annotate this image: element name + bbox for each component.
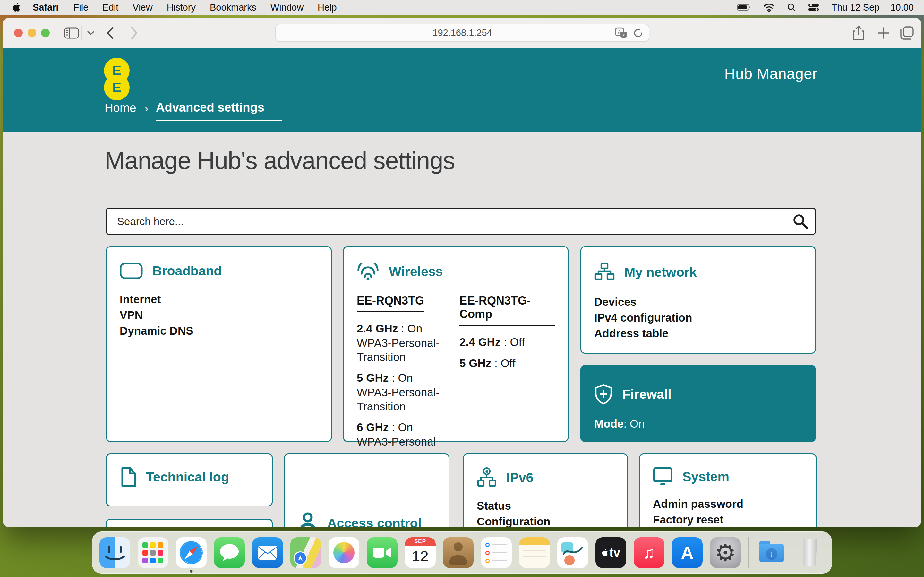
wifi-status-icon[interactable] — [763, 3, 775, 12]
dock-photos-icon[interactable] — [328, 537, 359, 568]
control-center-icon[interactable] — [808, 3, 819, 11]
spotlight-icon[interactable] — [787, 3, 796, 12]
search-icon — [792, 213, 809, 230]
card-title[interactable]: Broadband — [152, 263, 222, 279]
wifi-icon — [357, 263, 379, 280]
appstore-glyph: A — [681, 543, 694, 562]
card-title[interactable]: Access control — [327, 516, 422, 528]
person-icon — [298, 512, 318, 527]
menu-item[interactable]: Edit — [95, 2, 126, 13]
security-line: WPA3-Personal- — [357, 336, 459, 350]
back-button[interactable] — [106, 18, 114, 48]
dock-music-icon[interactable]: ♫ — [634, 537, 664, 568]
dock-finder-icon[interactable] — [99, 537, 130, 568]
dock-maps-icon[interactable] — [290, 537, 321, 568]
menu-item[interactable]: Window — [263, 2, 310, 13]
menu-time[interactable]: 10.00 — [890, 2, 914, 13]
ssid-link[interactable]: EE-RQN3TG — [357, 294, 424, 312]
music-note-glyph: ♫ — [643, 543, 656, 562]
minimize-window-button[interactable] — [27, 29, 36, 37]
battery-icon[interactable] — [737, 4, 751, 11]
dock-launchpad-icon[interactable] — [137, 537, 168, 568]
dock-calendar-icon[interactable]: SEP 12 — [405, 537, 436, 568]
dock-trash-icon[interactable] — [800, 539, 819, 566]
card-title[interactable]: IPv6 — [506, 470, 533, 485]
dock-reminders-icon[interactable] — [481, 537, 512, 568]
dock-appletv-icon[interactable]: tv — [596, 537, 626, 568]
ipv6-links: StatusConfiguration — [477, 498, 614, 527]
close-window-button[interactable] — [14, 29, 23, 37]
dock-notes-icon[interactable] — [519, 537, 550, 568]
search-button[interactable] — [786, 209, 815, 234]
search-input[interactable] — [107, 215, 786, 227]
menu-item[interactable]: View — [126, 2, 160, 13]
system-links: Admin passwordFactory reset — [653, 496, 803, 527]
card-technical-log: Technical log — [106, 453, 273, 506]
broadband-links: InternetVPNDynamic DNS — [120, 292, 318, 338]
browser-toolbar: 192.168.1.254 Ax — [3, 18, 921, 48]
card-title[interactable]: System — [682, 469, 729, 484]
dock-settings-icon[interactable]: ⚙ — [710, 537, 741, 568]
menu-item[interactable]: History — [160, 2, 203, 13]
tab-overview-icon[interactable] — [900, 18, 914, 48]
menu-items: FileEditViewHistoryBookmarksWindowHelp — [66, 2, 344, 13]
menu-item[interactable]: File — [66, 2, 95, 13]
card-title[interactable]: Firewall — [622, 387, 672, 402]
card-link[interactable]: Address table — [594, 326, 802, 341]
card-link[interactable]: Devices — [594, 294, 802, 309]
band-label: 2.4 GHz — [459, 335, 501, 348]
card-link[interactable]: Factory reset — [653, 512, 803, 527]
card-link[interactable]: Configuration — [477, 514, 614, 527]
network-tree-icon — [594, 263, 615, 282]
zoom-window-button[interactable] — [41, 29, 50, 37]
breadcrumb-current[interactable]: Advanced settings — [156, 99, 282, 121]
dock-safari-icon[interactable] — [176, 537, 207, 568]
card-link[interactable]: Admin password — [653, 496, 803, 512]
band-group: 5 GHz : Off — [459, 356, 555, 371]
card-link[interactable]: IPv4 configuration — [594, 309, 802, 326]
card-title[interactable]: Wireless — [389, 264, 443, 279]
dock-downloads-icon[interactable]: ↓ — [756, 537, 787, 568]
card-link[interactable]: Status — [477, 498, 614, 514]
card-link[interactable]: Internet — [120, 292, 318, 307]
sidebar-chevron-icon[interactable] — [87, 18, 95, 48]
card-firewall[interactable]: Firewall Mode: On — [580, 365, 816, 442]
new-tab-icon[interactable] — [877, 18, 890, 48]
monitor-icon — [653, 467, 673, 486]
menu-item[interactable]: Bookmarks — [203, 2, 263, 13]
dock-freeform-icon[interactable] — [557, 537, 588, 568]
menu-app-name[interactable]: Safari — [25, 2, 66, 13]
firewall-mode-label: Mode — [594, 417, 624, 430]
card-access-control: Access control — [284, 453, 449, 527]
dock-facetime-icon[interactable] — [367, 537, 397, 568]
card-link[interactable]: VPN — [120, 307, 318, 323]
card-title[interactable]: Technical log — [146, 470, 229, 485]
breadcrumb: Home › Advanced settings — [105, 99, 282, 121]
address-bar[interactable]: 192.168.1.254 Ax — [275, 24, 649, 42]
band-group: 5 GHz : On WPA3-Personal-Transition — [357, 371, 459, 414]
dock-contacts-icon[interactable] — [443, 537, 473, 568]
menu-date[interactable]: Thu 12 Sep — [831, 2, 879, 13]
share-icon[interactable] — [852, 18, 865, 48]
menu-item[interactable]: Help — [310, 2, 344, 13]
translate-icon[interactable]: Ax — [615, 27, 628, 39]
card-title[interactable]: My network — [624, 265, 697, 280]
breadcrumb-home-link[interactable]: Home — [105, 101, 136, 115]
firewall-shield-icon — [594, 384, 613, 405]
dock: SEP 12 tv ♫ A ⚙ ↓ — [92, 532, 832, 574]
dock-appstore-icon[interactable]: A — [672, 537, 703, 568]
card-link[interactable]: Dynamic DNS — [120, 323, 318, 338]
card-ipv6: 6 IPv6 StatusConfiguration — [463, 453, 628, 527]
sidebar-toggle-icon[interactable] — [64, 18, 79, 48]
ee-logo-letter: E — [104, 75, 129, 100]
dock-messages-icon[interactable] — [214, 537, 245, 568]
broadband-icon — [120, 263, 143, 279]
ssid-link[interactable]: EE-RQN3TG-Comp — [459, 294, 555, 326]
dock-mail-icon[interactable] — [252, 537, 283, 568]
page-content: Manage Hub's advanced settings Broadband… — [3, 132, 921, 527]
reload-icon[interactable] — [633, 27, 644, 39]
ee-logo[interactable]: E E — [104, 58, 129, 100]
apple-menu-icon[interactable] — [12, 3, 21, 12]
forward-button[interactable] — [130, 18, 139, 48]
svg-text:x: x — [623, 32, 625, 37]
